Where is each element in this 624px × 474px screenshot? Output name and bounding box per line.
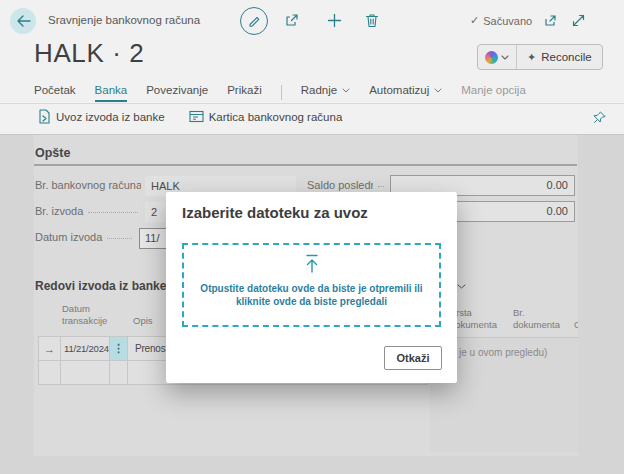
import-file-dialog: Izaberite datoteku za uvoz Otpustite dat…	[166, 192, 457, 383]
field-label-row: Saldo poslednjeg izvo...	[307, 179, 387, 191]
statement-date-label: Datum izvoda	[35, 231, 102, 243]
page-title: HALK · 2	[34, 38, 144, 69]
dotted-leader	[107, 238, 132, 239]
reconcile-split-button: ✦ Reconcile	[477, 44, 603, 70]
app-window: Sravnjenje bankovnog računa ✓ Sačuvano H…	[0, 0, 624, 474]
active-row-arrow-icon: →	[44, 343, 55, 355]
column-header-desc[interactable]: Opis	[133, 315, 153, 327]
back-arrow-icon	[16, 15, 31, 27]
table-cell-empty[interactable]	[38, 361, 60, 385]
back-button[interactable]	[10, 8, 36, 34]
ledger-empty-message: je u ovom pregledu)	[459, 347, 547, 358]
cancel-button[interactable]: Otkaži	[384, 346, 442, 370]
ledger-pane-chevron-icon[interactable]	[457, 284, 466, 289]
statement-lines-title-label: Redovi izvoda iz banke	[35, 279, 166, 293]
table-cell-date[interactable]: 11/21/2024	[60, 337, 109, 361]
copilot-icon	[485, 51, 498, 64]
bank-account-no-label: Br. bankovnog računa	[35, 179, 141, 191]
general-section-divider	[34, 164, 577, 166]
menu-radnje[interactable]: Radnje	[301, 84, 350, 96]
sparkle-icon: ✦	[527, 51, 536, 64]
add-icon[interactable]	[326, 12, 342, 28]
copilot-menu-button[interactable]	[478, 45, 517, 69]
statement-lines-title[interactable]: Redovi izvoda iz banke	[35, 279, 179, 293]
bank-card-icon	[189, 110, 204, 123]
dropzone-text-line1: Otpustite datoteku ovde da biste je otpr…	[200, 282, 422, 295]
action-bar: Uvoz izvoda iz banke Kartica bankovnog r…	[38, 109, 342, 124]
table-cell-empty[interactable]	[109, 361, 127, 385]
expand-icon[interactable]	[571, 13, 586, 28]
share-icon[interactable]	[284, 12, 300, 28]
tab-povezivanje[interactable]: Povezivanje	[146, 84, 208, 100]
general-section-title[interactable]: Opšte	[35, 146, 70, 160]
column-header-doc-type[interactable]: Vrsta dokumenta	[450, 307, 497, 331]
reconcile-label: Reconcile	[541, 51, 592, 63]
dialog-title: Izaberite datoteku za uvoz	[182, 204, 368, 221]
saved-label: Sačuvano	[483, 15, 532, 27]
more-options[interactable]: Manje opcija	[461, 84, 526, 96]
import-file-icon	[38, 109, 51, 124]
menu-radnje-label: Radnje	[301, 84, 337, 96]
pin-icon[interactable]	[592, 110, 607, 125]
row-indicator-cell: →	[38, 337, 60, 361]
bank-card-action[interactable]: Kartica bankovnog računa	[189, 109, 343, 124]
menu-automatizuj-label: Automatizuj	[369, 84, 429, 96]
column-header-doc-no[interactable]: Br. dokumenta	[513, 307, 560, 331]
chevron-down-icon	[501, 55, 509, 60]
edit-button[interactable]	[240, 7, 268, 35]
save-status: ✓ Sačuvano	[470, 14, 532, 27]
chevron-down-icon	[434, 88, 442, 93]
table-cell-menu[interactable]: ⋮	[109, 337, 127, 361]
column-header-desc-clipped[interactable]: Opis	[574, 319, 578, 331]
tab-prikazi[interactable]: Prikaži	[227, 84, 262, 100]
dotted-leader	[378, 186, 384, 187]
field-label-row: Datum izvoda	[35, 231, 135, 243]
popout-icon[interactable]	[543, 13, 558, 28]
tab-separator	[281, 85, 282, 100]
tab-banka[interactable]: Banka	[95, 84, 128, 102]
table-cell-empty[interactable]	[60, 361, 109, 385]
menu-automatizuj[interactable]: Automatizuj	[369, 84, 442, 96]
column-header-date[interactable]: Datum transakcije	[62, 303, 107, 327]
pencil-icon	[248, 15, 261, 28]
last-statement-balance-label: Saldo poslednjeg izvo...	[307, 179, 373, 191]
reconcile-button[interactable]: ✦ Reconcile	[517, 45, 602, 69]
tab-pocetak[interactable]: Početak	[34, 84, 76, 100]
delete-icon[interactable]	[364, 12, 380, 28]
ellipsis-vertical-icon[interactable]: ⋮	[110, 337, 127, 360]
cancel-label: Otkaži	[396, 352, 429, 364]
field-label-row: Br. bankovnog računa	[35, 179, 141, 191]
dropzone-text-line2: kliknite ovde da biste pregledali	[236, 295, 387, 308]
field-label-row: Br. izvoda	[35, 205, 141, 217]
upload-arrow-icon	[304, 254, 320, 274]
import-statement-action[interactable]: Uvoz izvoda iz banke	[38, 109, 165, 124]
ribbon-tabs: Početak Banka Povezivanje Prikaži Radnje…	[34, 84, 526, 102]
bank-card-label: Kartica bankovnog računa	[209, 111, 343, 123]
chevron-down-icon	[342, 88, 350, 93]
tabs-divider	[0, 103, 624, 104]
breadcrumb: Sravnjenje bankovnog računa	[48, 14, 200, 26]
file-dropzone[interactable]: Otpustite datoteku ovde da biste je otpr…	[182, 243, 441, 327]
import-statement-label: Uvoz izvoda iz banke	[56, 111, 165, 123]
dotted-leader	[88, 212, 138, 213]
statement-no-label: Br. izvoda	[35, 205, 83, 217]
check-icon: ✓	[470, 14, 479, 27]
